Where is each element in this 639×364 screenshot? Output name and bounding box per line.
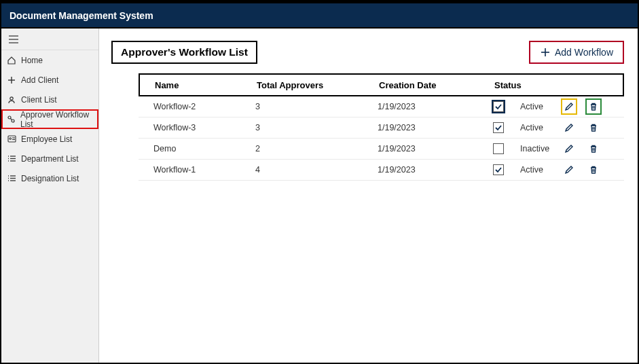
sidebar-item-designation-list[interactable]: Designation List [1,168,98,188]
sidebar-item-label: Employee List [21,134,72,144]
col-name: Name [155,80,257,90]
status-checkbox[interactable] [493,101,504,112]
app-title: Document Management System [10,10,153,21]
home-icon [7,56,16,65]
workflow-table: Name Total Approvers Creation Date Statu… [139,73,624,181]
sidebar-item-home[interactable]: Home [1,50,98,70]
trash-icon [589,144,598,153]
sidebar-item-label: Designation List [21,174,79,183]
check-icon [494,103,503,111]
cell-name: Demo [153,144,255,153]
col-created: Creation Date [379,80,494,90]
sidebar: Home Add Client Client List Approver Wor… [1,29,99,363]
top-bar: Document Management System [1,1,638,29]
hamburger-icon [8,35,19,44]
col-status: Status [494,80,555,90]
sidebar-item-employee-list[interactable]: Employee List [1,129,98,149]
delete-button[interactable] [585,141,602,157]
table-header: Name Total Approvers Creation Date Statu… [139,73,624,96]
sidebar-item-department-list[interactable]: Department List [1,149,98,168]
svg-point-6 [8,116,11,119]
add-workflow-label: Add Workflow [555,47,613,58]
check-icon [494,166,503,174]
cell-status: Inactive [520,144,561,153]
cell-status: Active [520,102,561,111]
user-icon [7,95,16,105]
edit-button[interactable] [561,120,577,136]
cell-created: 1/19/2023 [378,102,493,111]
svg-point-9 [9,138,11,140]
cell-approvers: 2 [255,144,378,153]
list-icon [7,174,16,183]
sidebar-item-label: Department List [21,154,79,164]
edit-button[interactable] [561,98,577,115]
cell-status: Active [520,123,561,132]
trash-icon [589,165,598,175]
list-icon [7,154,16,164]
cell-created: 1/19/2023 [378,123,493,132]
pencil-icon [564,165,574,175]
plus-icon [540,47,551,58]
svg-point-5 [10,96,13,99]
edit-button[interactable] [561,141,577,157]
cell-created: 1/19/2023 [378,144,493,153]
table-row: Workflow-3 3 1/19/2023 Active [139,117,624,139]
workflow-icon [7,115,16,124]
table-row: Demo 2 1/19/2023 Inactive [139,139,624,160]
cell-approvers: 4 [255,165,378,175]
main-content: Approver's Workflow List Add Workflow Na… [99,29,638,363]
cell-created: 1/19/2023 [378,165,493,175]
pencil-icon [564,144,574,153]
cell-name: Workflow-3 [153,123,255,132]
svg-point-7 [12,120,14,122]
check-icon [494,124,503,132]
cell-name: Workflow-1 [153,165,255,175]
table-row: Workflow-2 3 1/19/2023 Active [139,96,624,117]
delete-button[interactable] [585,98,602,115]
pencil-icon [564,102,574,111]
pencil-icon [564,123,574,132]
cell-status: Active [520,165,561,175]
sidebar-item-label: Client List [21,95,57,105]
edit-button[interactable] [561,162,577,178]
page-title: Approver's Workflow List [111,41,257,64]
trash-icon [589,123,598,132]
delete-button[interactable] [585,120,602,136]
sidebar-item-client-list[interactable]: Client List [1,90,98,109]
cell-approvers: 3 [255,102,378,111]
col-approvers: Total Approvers [257,80,379,90]
status-checkbox[interactable] [493,122,504,133]
cell-name: Workflow-2 [153,102,255,111]
plus-icon [7,75,16,85]
trash-icon [589,102,598,111]
status-checkbox[interactable] [493,164,504,175]
sidebar-item-label: Home [21,56,43,65]
add-workflow-button[interactable]: Add Workflow [529,41,624,64]
sidebar-item-label: Approver Workflow List [20,110,93,129]
sidebar-item-approver-workflow[interactable]: Approver Workflow List [1,109,98,129]
menu-toggle[interactable] [1,29,98,50]
table-row: Workflow-1 4 1/19/2023 Active [139,160,624,181]
sidebar-item-label: Add Client [21,75,58,85]
sidebar-item-add-client[interactable]: Add Client [1,70,98,90]
id-card-icon [7,134,16,144]
cell-approvers: 3 [255,123,378,132]
status-checkbox[interactable] [493,143,504,154]
delete-button[interactable] [585,162,602,178]
